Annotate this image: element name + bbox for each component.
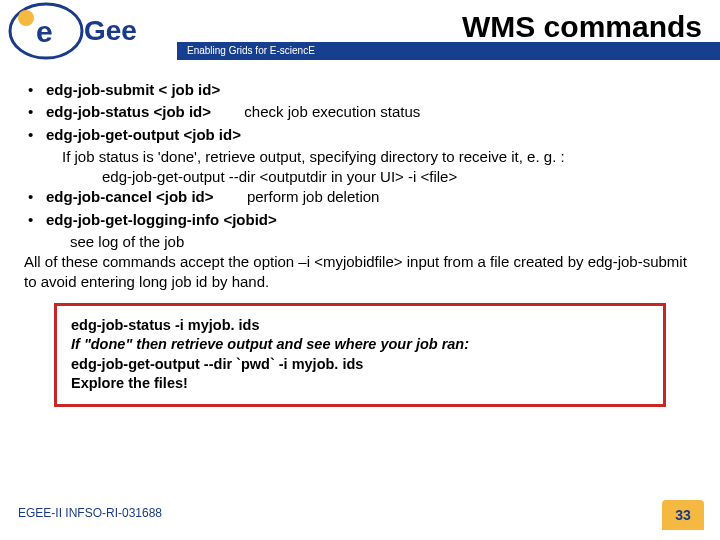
- page-number: 33: [662, 500, 704, 530]
- cmd-text: edg-job-submit < job id>: [46, 81, 220, 98]
- cmd-text: edg-job-cancel <job id>: [46, 188, 214, 205]
- cmd-text: edg-job-get-output <job id>: [46, 126, 241, 143]
- list-item: edg-job-submit < job id>: [24, 80, 696, 100]
- highlight-box: edg-job-status -i myjob. ids If "done" t…: [54, 303, 666, 407]
- box-line: If "done" then retrieve output and see w…: [71, 335, 649, 355]
- cmd-text: edg-job-get-logging-info <jobid>: [46, 211, 277, 228]
- box-line: edg-job-status -i myjob. ids: [71, 316, 649, 336]
- desc-text: perform job deletion: [247, 188, 380, 205]
- svg-text:e: e: [36, 15, 53, 48]
- list-item: edg-job-status <job id> check job execut…: [24, 102, 696, 122]
- list-item: edg-job-get-output <job id>: [24, 125, 696, 145]
- egee-logo: e Gee: [6, 2, 181, 60]
- svg-text:Gee: Gee: [84, 15, 137, 46]
- cmd-text: edg-job-status <job id>: [46, 103, 211, 120]
- slide-body: edg-job-submit < job id> edg-job-status …: [0, 62, 720, 407]
- slide-header: e Gee WMS commands Enabling Grids for E-…: [0, 0, 720, 62]
- footer-id: EGEE-II INFSO-RI-031688: [18, 506, 162, 520]
- slide-title: WMS commands: [462, 10, 702, 44]
- sub-text: If job status is 'done', retrieve output…: [24, 147, 696, 167]
- list-item: edg-job-cancel <job id> perform job dele…: [24, 187, 696, 207]
- box-line: Explore the files!: [71, 374, 649, 394]
- desc-text: check job execution status: [244, 103, 420, 120]
- box-line: edg-job-get-output --dir `pwd` -i myjob.…: [71, 355, 649, 375]
- sub-text: see log of the job: [24, 232, 696, 252]
- svg-point-1: [18, 10, 34, 26]
- tail-text: All of these commands accept the option …: [24, 252, 696, 293]
- list-item: edg-job-get-logging-info <jobid>: [24, 210, 696, 230]
- sub-text: edg-job-get-output --dir <outputdir in y…: [24, 167, 696, 187]
- tagline-bar: Enabling Grids for E-sciencE: [177, 42, 720, 60]
